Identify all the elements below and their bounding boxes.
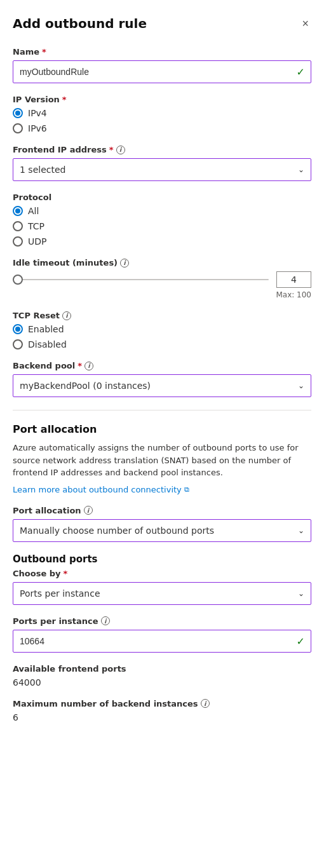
tcp-reset-disabled-radio [13,339,23,349]
protocol-radio-group: All TCP UDP [13,206,311,247]
protocol-tcp-option[interactable]: TCP [13,221,311,231]
outbound-ports-section: Outbound ports Choose by * Ports per ins… [13,553,311,605]
ports-per-instance-input-wrapper: ✓ [13,630,311,653]
name-field-group: Name * ✓ [13,47,311,83]
choose-by-arrow-icon: ⌄ [298,589,304,598]
choose-by-label: Choose by * [13,569,311,578]
ip-version-ipv4-option[interactable]: IPv4 [13,108,311,118]
backend-pool-value: myBackendPool (0 instances) [20,381,151,391]
name-input[interactable] [13,60,311,83]
learn-more-link[interactable]: Learn more about outbound connectivity ⧉ [13,485,189,494]
idle-timeout-slider-thumb[interactable] [13,275,23,285]
backend-pool-required: * [78,361,82,370]
max-backend-instances-label: Maximum number of backend instances i [13,699,311,709]
protocol-label: Protocol [13,193,311,202]
panel-title: Add outbound rule [13,16,147,31]
protocol-all-radio [13,206,23,216]
idle-timeout-slider-track [13,279,269,280]
frontend-ip-arrow-icon: ⌄ [298,165,304,174]
choose-by-required: * [64,569,68,578]
ipv4-radio-circle [13,108,23,118]
tcp-reset-disabled-label: Disabled [28,339,67,349]
max-backend-instances-group: Maximum number of backend instances i 6 [13,699,311,722]
tcp-reset-info-icon[interactable]: i [62,311,71,320]
max-backend-instances-value: 6 [13,712,311,722]
port-allocation-info-icon[interactable]: i [84,506,93,515]
idle-timeout-info-icon[interactable]: i [120,259,129,268]
idle-timeout-label: Idle timeout (minutes) i [13,258,311,268]
choose-by-value: Ports per instance [20,588,100,599]
port-allocation-dropdown[interactable]: Manually choose number of outbound ports… [13,519,311,542]
backend-pool-field-group: Backend pool * i myBackendPool (0 instan… [13,361,311,397]
divider-1 [13,410,311,410]
max-backend-instances-info-icon[interactable]: i [201,699,210,708]
tcp-reset-enabled-radio [13,324,23,334]
frontend-ip-required: * [109,145,114,154]
backend-pool-info-icon[interactable]: i [84,362,93,370]
backend-pool-arrow-icon: ⌄ [298,381,304,390]
ports-per-instance-label: Ports per instance i [13,616,311,626]
name-check-icon: ✓ [297,66,305,78]
backend-pool-dropdown[interactable]: myBackendPool (0 instances) ⌄ [13,374,311,397]
tcp-reset-disabled-option[interactable]: Disabled [13,339,311,349]
ip-version-ipv6-option[interactable]: IPv6 [13,123,311,133]
tcp-reset-field-group: TCP Reset i Enabled Disabled [13,311,311,349]
ip-version-label: IP Version * [13,95,311,104]
name-label: Name * [13,47,311,57]
protocol-all-label: All [28,206,39,216]
protocol-field-group: Protocol All TCP UDP [13,193,311,247]
backend-pool-label: Backend pool * i [13,361,311,370]
protocol-tcp-radio [13,221,23,231]
port-allocation-section: Port allocation Azure automatically assi… [13,423,311,494]
idle-timeout-slider-container: 4 [13,271,311,288]
frontend-ip-field-group: Frontend IP address * i 1 selected ⌄ [13,145,311,181]
port-allocation-description: Azure automatically assigns the number o… [13,442,311,479]
name-input-wrapper: ✓ [13,60,311,83]
tcp-reset-enabled-label: Enabled [28,324,64,334]
protocol-all-option[interactable]: All [13,206,311,216]
ipv4-label: IPv4 [28,108,47,118]
ports-per-instance-check-icon: ✓ [297,635,305,647]
available-frontend-ports-group: Available frontend ports 64000 [13,664,311,688]
name-required: * [42,47,46,57]
protocol-udp-option[interactable]: UDP [13,236,311,247]
ipv6-radio-circle [13,123,23,133]
port-allocation-arrow-icon: ⌄ [298,526,304,535]
ip-version-field-group: IP Version * IPv4 IPv6 [13,95,311,133]
port-allocation-dropdown-group: Port allocation i Manually choose number… [13,506,311,542]
idle-timeout-max-label: Max: 100 [13,290,311,299]
panel-header: Add outbound rule × [13,15,311,32]
ip-version-radio-group: IPv4 IPv6 [13,108,311,133]
port-allocation-title: Port allocation [13,423,311,435]
ports-per-instance-info-icon[interactable]: i [101,616,110,625]
frontend-ip-value: 1 selected [20,165,65,175]
idle-timeout-value-box[interactable]: 4 [276,271,311,288]
close-button[interactable]: × [299,15,311,32]
available-frontend-ports-value: 64000 [13,677,311,688]
frontend-ip-label: Frontend IP address * i [13,145,311,154]
idle-timeout-slider-wrapper [13,279,269,280]
ip-version-required: * [62,95,67,104]
idle-timeout-field-group: Idle timeout (minutes) i 4 Max: 100 [13,258,311,299]
ports-per-instance-field-group: Ports per instance i ✓ [13,616,311,653]
port-allocation-dropdown-label: Port allocation i [13,506,311,515]
outbound-ports-title: Outbound ports [13,553,311,565]
frontend-ip-dropdown[interactable]: 1 selected ⌄ [13,158,311,181]
port-allocation-value: Manually choose number of outbound ports [20,526,214,536]
protocol-udp-radio [13,236,23,247]
ipv6-label: IPv6 [28,123,47,133]
protocol-udp-label: UDP [28,236,46,247]
choose-by-dropdown[interactable]: Ports per instance ⌄ [13,582,311,605]
tcp-reset-radio-group: Enabled Disabled [13,324,311,349]
ports-per-instance-input[interactable] [13,630,311,653]
frontend-ip-info-icon[interactable]: i [116,146,125,154]
protocol-tcp-label: TCP [28,221,44,231]
tcp-reset-label: TCP Reset i [13,311,311,320]
tcp-reset-enabled-option[interactable]: Enabled [13,324,311,334]
external-link-icon: ⧉ [184,485,189,494]
available-frontend-ports-label: Available frontend ports [13,664,311,674]
